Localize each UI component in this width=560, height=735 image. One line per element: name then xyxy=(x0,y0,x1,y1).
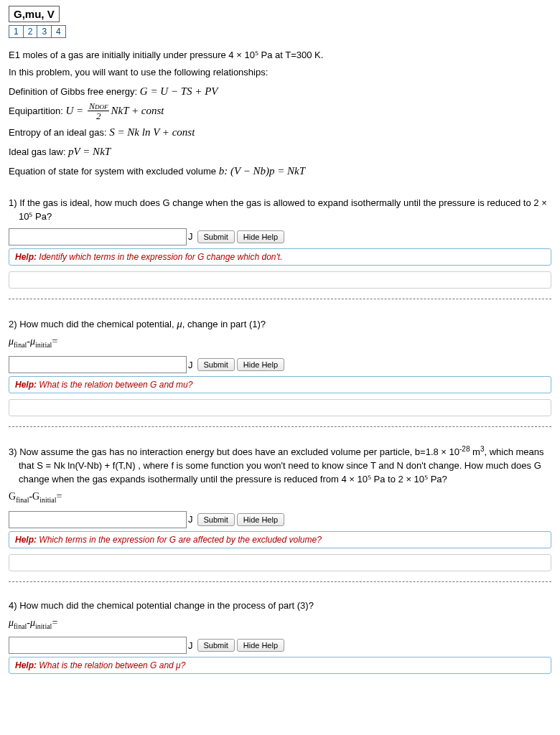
intro-line1: E1 moles of a gas are initially initiall… xyxy=(9,48,551,63)
q2-answer-input[interactable] xyxy=(9,356,187,373)
q4-hidehelp-button[interactable]: Hide Help xyxy=(237,639,284,652)
question-2: 2) How much did the chemical potential, … xyxy=(9,317,551,428)
q4-eq-label: μfinal-μinitial= xyxy=(9,617,551,630)
q3-eq-label: Gfinal-Ginitial= xyxy=(9,491,551,504)
q1-hidehelp-button[interactable]: Hide Help xyxy=(237,230,284,243)
q4-unit: J xyxy=(188,640,193,651)
intro-line2: In this problem, you will want to use th… xyxy=(9,65,551,80)
q1-answer-input[interactable] xyxy=(9,228,187,245)
q2-help: Help: What is the relation between G and… xyxy=(9,376,551,393)
eq-equipartition: Equipartition: U = NDOF2NkT + const xyxy=(9,102,551,121)
q1-submit-button[interactable]: Submit xyxy=(197,230,235,243)
q2-feedback xyxy=(9,399,551,416)
q3-unit: J xyxy=(188,514,193,525)
q1-help: Help: Identify which terms in the expres… xyxy=(9,248,551,266)
q3-hidehelp-button[interactable]: Hide Help xyxy=(237,513,284,526)
question-3: 3) Now assume the gas has no interaction… xyxy=(9,444,551,582)
q3-text: 3) Now assume the gas has no interaction… xyxy=(9,444,551,487)
page-title: G,mu, V xyxy=(9,6,60,22)
q3-answer-input[interactable] xyxy=(9,511,187,528)
q1-unit: J xyxy=(188,231,193,242)
q2-submit-button[interactable]: Submit xyxy=(197,358,235,371)
tab-4[interactable]: 4 xyxy=(51,25,66,38)
tab-row: 1234 xyxy=(9,25,551,38)
eq-eos: Equation of state for system with exclud… xyxy=(9,162,551,179)
separator xyxy=(9,581,551,582)
q3-help: Help: Which terms in the expression for … xyxy=(9,531,551,548)
q1-text: 1) If the gas is ideal, how much does G … xyxy=(9,197,551,224)
q1-feedback xyxy=(9,271,551,289)
q4-submit-button[interactable]: Submit xyxy=(197,639,235,652)
q2-hidehelp-button[interactable]: Hide Help xyxy=(237,358,284,371)
eq-entropy: Entropy of an ideal gas: S = Nk ln V + c… xyxy=(9,123,551,141)
q4-text: 4) How much did the chemical potential c… xyxy=(9,599,551,613)
q2-eq-label: μfinal-μinitial= xyxy=(9,336,551,349)
separator xyxy=(9,426,551,427)
eq-gibbs: Definition of Gibbs free energy: G = U −… xyxy=(9,83,551,100)
q4-help: Help: What is the relation between G and… xyxy=(9,657,551,674)
q3-submit-button[interactable]: Submit xyxy=(197,513,235,526)
question-4: 4) How much did the chemical potential c… xyxy=(9,599,551,675)
q2-text: 2) How much did the chemical potential, … xyxy=(9,317,551,332)
tab-2[interactable]: 2 xyxy=(23,25,38,38)
q2-unit: J xyxy=(188,360,193,370)
tab-1[interactable]: 1 xyxy=(9,25,24,38)
eq-ideal: Ideal gas law: pV = NkT xyxy=(9,143,551,160)
separator xyxy=(9,299,551,299)
intro-block: E1 moles of a gas are initially initiall… xyxy=(9,48,551,179)
tab-3[interactable]: 3 xyxy=(37,25,52,38)
q3-feedback xyxy=(9,554,551,571)
q4-answer-input[interactable] xyxy=(9,637,187,654)
question-1: 1) If the gas is ideal, how much does G … xyxy=(9,197,551,299)
